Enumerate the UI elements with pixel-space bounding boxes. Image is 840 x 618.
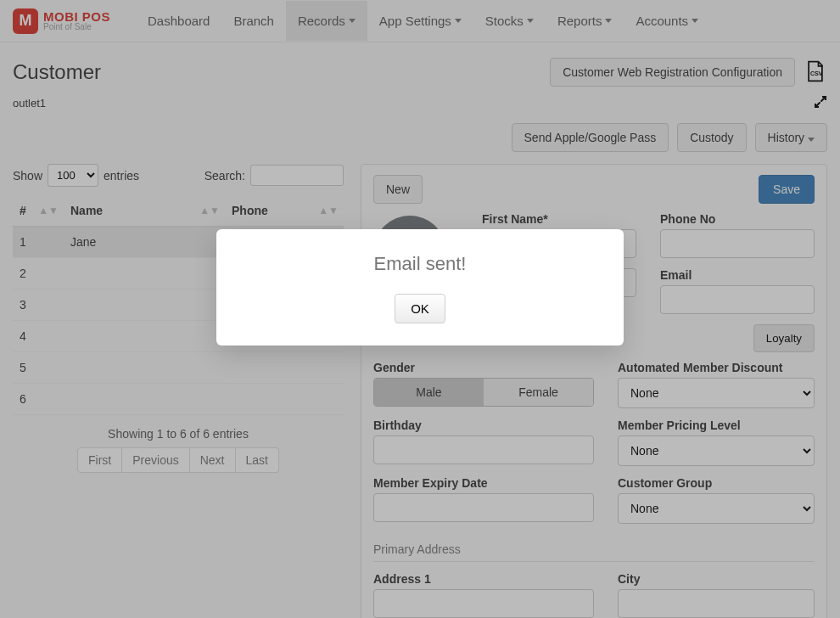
modal-title: Email sent!	[233, 253, 607, 275]
modal-overlay: Email sent! OK	[0, 0, 840, 618]
email-sent-modal: Email sent! OK	[216, 229, 624, 346]
modal-ok-button[interactable]: OK	[395, 294, 445, 323]
